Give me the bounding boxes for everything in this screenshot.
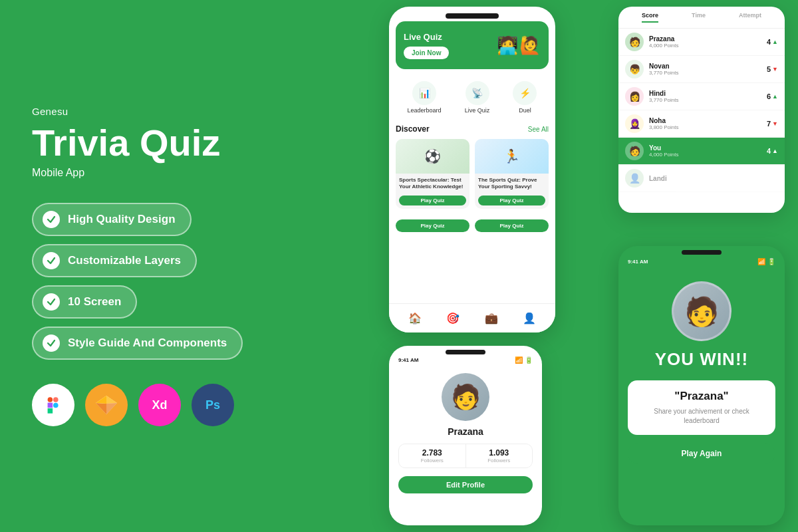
phone-profile: 9:41 AM 📶🔋 🧑 Prazana 2.783 Followers 1.0… <box>389 346 542 525</box>
left-panel: Genesu Trivia Quiz Mobile App High Quali… <box>32 0 318 532</box>
phone-leaderboard: Score Time Attempt 🧑 Prazana 4,000 Point… <box>618 7 785 213</box>
svg-marker-10 <box>96 396 106 404</box>
lb-rank-1: 4 ▲ <box>767 38 778 46</box>
feature-badge-customizable: Customizable Layers <box>32 244 197 277</box>
quiz-card-text-1: Sports Spectacular: Test Your Athletic K… <box>399 177 466 190</box>
lb-name-1: Prazana <box>649 35 761 43</box>
lb-rank-you: 4 ▲ <box>767 147 778 155</box>
win-status-icons: 📶🔋 <box>757 258 775 265</box>
lb-name-2: Novan <box>649 63 761 70</box>
sketch-icon <box>85 384 128 426</box>
followers-value: 2.783 <box>399 448 466 458</box>
feature-label-screens: 10 Screen <box>68 295 121 309</box>
figma-icon <box>32 384 74 426</box>
xd-icon: Xd <box>138 384 181 426</box>
nav-live-quiz[interactable]: 📡 Live Quiz <box>465 81 490 114</box>
lb-rank-3: 6 ▲ <box>767 92 778 100</box>
lb-name-4: Noha <box>649 117 761 124</box>
win-description: Share your achivement or check leaderboa… <box>641 407 762 426</box>
play-quiz-btn-2[interactable]: Play Quiz <box>478 196 545 205</box>
profile-nav-icon[interactable]: 👤 <box>523 312 536 325</box>
stat-following: 1.093 Followers <box>466 444 533 467</box>
lb-row-4: 🧕 Noha 3,800 Points 7 ▼ <box>618 110 785 138</box>
live-quiz-left: Live Quiz Join Now <box>404 32 449 59</box>
lb-tab-attempt[interactable]: Attempt <box>739 12 761 23</box>
quiz-card-body-2: The Sports Quiz: Prove Your Sporting Sav… <box>475 174 549 209</box>
duel-label: Duel <box>519 107 531 114</box>
lb-arrow-down-4: ▼ <box>772 120 778 127</box>
phone-notch-profile <box>446 350 485 354</box>
live-quiz-title: Live Quiz <box>404 32 449 42</box>
profile-status-icons: 📶🔋 <box>515 356 533 364</box>
lb-points-1: 4,000 Points <box>649 43 761 49</box>
lb-avatar-1: 🧑 <box>625 33 644 51</box>
quiz-card-1: ⚽ Sports Spectacular: Test Your Athletic… <box>396 139 469 209</box>
svg-marker-7 <box>106 396 117 404</box>
win-time: 9:41 AM <box>628 259 648 265</box>
brand-name: Genesu <box>32 106 318 117</box>
subtitle: Mobile App <box>32 167 318 179</box>
lb-avatar-3: 👩 <box>625 87 644 106</box>
main-title: Trivia Quiz <box>32 122 318 164</box>
svg-marker-9 <box>106 403 117 414</box>
lb-points-2: 3,770 Points <box>649 70 761 76</box>
play-quiz-btn-1[interactable]: Play Quiz <box>399 196 466 205</box>
join-now-button[interactable]: Join Now <box>404 47 449 59</box>
lb-tab-score[interactable]: Score <box>642 12 658 23</box>
more-play-btn-2[interactable]: Play Quiz <box>475 219 549 232</box>
live-quiz-illustration: 🧑‍💻🙋 <box>497 35 541 56</box>
play-again-button[interactable]: Play Again <box>628 443 775 464</box>
svg-rect-4 <box>48 408 53 414</box>
win-title: YOU WIN!! <box>655 349 748 370</box>
live-quiz-nav-label: Live Quiz <box>465 107 490 114</box>
lb-rank-4: 7 ▼ <box>767 120 778 128</box>
nav-duel[interactable]: ⚡ Duel <box>513 81 537 114</box>
nav-icons-row: 📊 Leaderboard 📡 Live Quiz ⚡ Duel <box>389 76 555 119</box>
check-icon-1 <box>43 211 60 228</box>
discover-title: Discover <box>396 124 430 134</box>
lb-arrow-up-1: ▲ <box>772 39 778 45</box>
lb-avatar-partial: 👤 <box>625 169 644 188</box>
bag-nav-icon[interactable]: 💼 <box>485 312 498 325</box>
screens-area: Live Quiz Join Now 🧑‍💻🙋 📊 Leaderboard 📡 … <box>376 0 798 532</box>
more-play-btn-1[interactable]: Play Quiz <box>396 219 469 232</box>
home-nav-icon[interactable]: 🏠 <box>408 312 422 325</box>
feature-badge-high-quality: High Quality Design <box>32 203 192 236</box>
svg-rect-3 <box>48 403 53 408</box>
lb-name-3: Hindi <box>649 90 761 97</box>
features-list: High Quality Design Customizable Layers … <box>32 203 318 360</box>
svg-marker-8 <box>96 403 106 414</box>
lb-row-you: 🧑 You 4,000 Points 4 ▲ <box>618 138 785 165</box>
profile-name: Prazana <box>448 426 483 437</box>
lb-avatar-2: 👦 <box>625 60 644 78</box>
lb-tab-time[interactable]: Time <box>692 12 706 23</box>
profile-content: 🧑 Prazana 2.783 Followers 1.093 Follower… <box>389 364 542 500</box>
leaderboard-icon: 📊 <box>412 81 436 105</box>
phone-main: Live Quiz Join Now 🧑‍💻🙋 📊 Leaderboard 📡 … <box>389 7 555 332</box>
leaderboard-label: Leaderboard <box>408 107 442 114</box>
lb-row-3: 👩 Hindi 3,770 Points 6 ▲ <box>618 83 785 110</box>
phone-win: 9:41 AM 📶🔋 🧑 YOU WIN!! "Prazana" Share y… <box>618 246 785 525</box>
win-card: "Prazana" Share your achivement or check… <box>628 380 775 435</box>
quiz-cards-row: ⚽ Sports Spectacular: Test Your Athletic… <box>396 139 549 209</box>
check-icon-3 <box>43 293 60 311</box>
see-all-link[interactable]: See All <box>528 126 549 133</box>
edit-profile-button[interactable]: Edit Profile <box>398 476 533 493</box>
feature-label-high-quality: High Quality Design <box>68 213 176 226</box>
stat-followers: 2.783 Followers <box>399 444 466 467</box>
lb-arrow-you: ▲ <box>772 148 778 154</box>
lb-info-1: Prazana 4,000 Points <box>649 35 761 49</box>
phone-main-content: Live Quiz Join Now 🧑‍💻🙋 📊 Leaderboard 📡 … <box>389 7 555 332</box>
feature-label-style-guide: Style Guide And Components <box>68 336 227 350</box>
profile-time: 9:41 AM <box>398 357 418 363</box>
more-quiz-row: Play Quiz Play Quiz <box>389 215 555 236</box>
leaderboard-tabs: Score Time Attempt <box>618 7 785 29</box>
nav-leaderboard[interactable]: 📊 Leaderboard <box>408 81 442 114</box>
quiz-nav-icon[interactable]: 🎯 <box>446 312 460 325</box>
lb-info-3: Hindi 3,770 Points <box>649 90 761 103</box>
quiz-card-img-2: 🏃 <box>475 139 549 174</box>
lb-name-you: You <box>649 144 761 152</box>
lb-info-4: Noha 3,800 Points <box>649 117 761 130</box>
svg-rect-0 <box>43 394 64 416</box>
lb-info-partial: Landi <box>649 175 778 182</box>
